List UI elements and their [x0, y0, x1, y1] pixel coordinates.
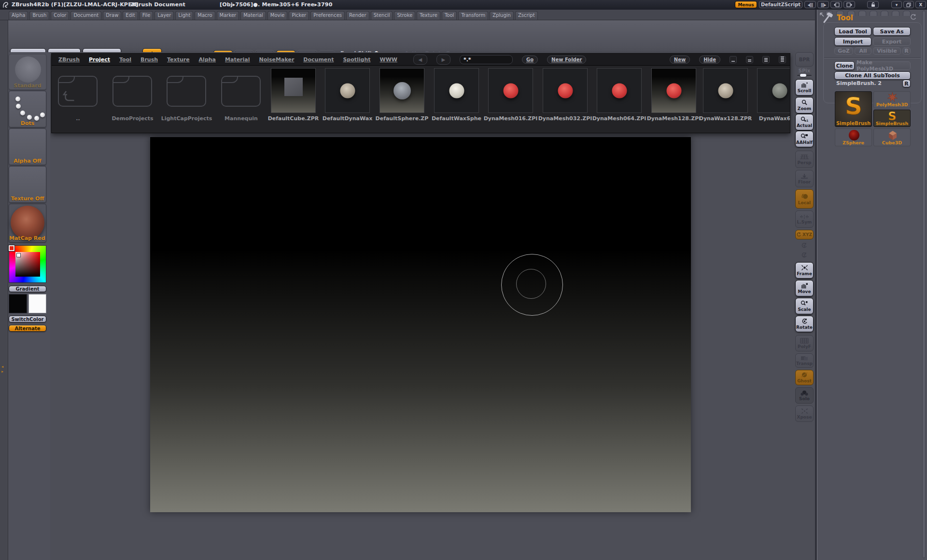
menu-brush[interactable]: Brush: [29, 11, 49, 20]
aahalf-button[interactable]: AAHalf: [795, 131, 814, 147]
menu-marker[interactable]: Marker: [217, 11, 239, 20]
actual-button[interactable]: x1 Actual: [795, 114, 814, 130]
project-item[interactable]: DefaultSphere.ZP: [379, 68, 424, 113]
project-item[interactable]: DefaultWaxSphe: [434, 68, 479, 113]
menu-alpha[interactable]: Alpha: [9, 11, 28, 20]
goz-button[interactable]: GoZ: [834, 47, 853, 55]
left-divider-strip[interactable]: ◂ ▸: [0, 20, 8, 560]
lightbox-tab-project[interactable]: Project: [89, 56, 110, 63]
clone-all-subtools-button[interactable]: Clone All SubTools: [834, 71, 911, 80]
rotate-y-icon[interactable]: Y: [795, 241, 814, 250]
menus-button[interactable]: Menus: [735, 1, 757, 8]
folder-item-up[interactable]: ..: [56, 68, 100, 115]
lightbox-go-button[interactable]: Go: [522, 56, 538, 64]
panel-scrollbar[interactable]: [922, 11, 926, 558]
menu-stroke[interactable]: Stroke: [394, 11, 415, 20]
sv-cursor[interactable]: [16, 253, 21, 257]
thumb-size-4-icon[interactable]: [779, 56, 786, 63]
spix-slider[interactable]: [797, 75, 812, 76]
lightbox-tab-tool[interactable]: Tool: [119, 56, 131, 63]
thumb-size-1-icon[interactable]: [730, 56, 737, 63]
ghost-button[interactable]: Ghost: [795, 370, 814, 385]
dock-right-icon[interactable]: [843, 1, 855, 8]
lightbox-tab-document[interactable]: Document: [303, 56, 334, 63]
tool-item-simplebrush-large[interactable]: S SimpleBrush: [835, 91, 872, 127]
tool-item-zsphere[interactable]: ZSphere: [835, 128, 872, 146]
project-item[interactable]: DefaultCube.ZPR: [271, 68, 316, 113]
hue-cursor[interactable]: [9, 245, 14, 251]
tool-r-button[interactable]: R: [902, 80, 911, 87]
frame-button[interactable]: Frame: [795, 262, 814, 279]
persp-button[interactable]: Persp: [795, 151, 814, 168]
menu-edit[interactable]: Edit: [123, 11, 138, 20]
divider-left-icon[interactable]: ◂: [1, 365, 3, 369]
stroke-tile[interactable]: Dots: [9, 91, 46, 127]
lightbox-hide-button[interactable]: Hide: [699, 56, 720, 64]
scroll-button[interactable]: Scroll: [795, 79, 814, 96]
menu-tool[interactable]: Tool: [442, 11, 457, 20]
lightbox-tab-alpha[interactable]: Alpha: [199, 56, 216, 63]
menu-layer[interactable]: Layer: [154, 11, 174, 20]
bpr-button[interactable]: BPR: [795, 52, 814, 67]
solo-button[interactable]: Solo: [795, 387, 814, 404]
folder-item-demoprojects[interactable]: DemoProjects: [110, 68, 155, 115]
collapsed-palette-tab[interactable]: [881, 11, 888, 16]
tool-item-polymesh3d[interactable]: PolyMesh3D: [873, 91, 911, 108]
project-item[interactable]: DynaMesh128.ZPI: [651, 68, 696, 113]
lock-icon[interactable]: [867, 1, 879, 8]
menu-color[interactable]: Color: [51, 11, 69, 20]
project-item[interactable]: DefaultDynaWax: [325, 68, 370, 113]
lightbox-tab-zbrush[interactable]: ZBrush: [58, 56, 80, 63]
local-button[interactable]: Local: [795, 189, 814, 209]
tool-item-cube3d[interactable]: Cube3D: [873, 128, 911, 146]
color-picker[interactable]: [9, 245, 46, 283]
menu-texture[interactable]: Texture: [417, 11, 440, 20]
secondary-color-swatch[interactable]: [28, 294, 46, 313]
rotate-button[interactable]: Rotate: [795, 316, 814, 332]
dock-left-icon[interactable]: [830, 1, 842, 8]
lightbox-tab-brush[interactable]: Brush: [140, 56, 158, 63]
visible-button[interactable]: Visible: [873, 47, 901, 55]
project-item[interactable]: DynaWax64.Z: [757, 68, 790, 113]
project-item[interactable]: DynaWax128.ZPR: [703, 68, 748, 113]
polyf-button[interactable]: PolyF: [795, 335, 814, 351]
lightbox-forward-icon[interactable]: ▶: [436, 55, 450, 65]
r-button[interactable]: R: [902, 47, 911, 55]
texture-tile[interactable]: Texture Off: [9, 166, 46, 203]
menu-draw[interactable]: Draw: [103, 11, 121, 20]
import-button[interactable]: Import: [834, 37, 871, 46]
menu-file[interactable]: File: [140, 11, 154, 20]
zoom-button[interactable]: Zoom: [795, 97, 814, 113]
current-brush-tile[interactable]: Standard: [9, 54, 46, 90]
lightbox-tab-spotlight[interactable]: Spotlight: [343, 56, 370, 63]
close-button[interactable]: X: [915, 1, 926, 8]
rotate-z-icon[interactable]: Z: [795, 251, 814, 260]
scale-button[interactable]: Scale: [795, 298, 814, 314]
alternate-button[interactable]: Alternate: [9, 325, 46, 332]
tool-panel-title[interactable]: Tool: [837, 14, 853, 22]
folder-item-mannequin[interactable]: Mannequin: [219, 68, 264, 115]
lightbox-back-icon[interactable]: ◀: [413, 55, 427, 65]
default-zscript-button[interactable]: DefaultZScript: [759, 1, 802, 8]
switch-color-button[interactable]: SwitchColor: [9, 316, 46, 322]
menu-macro[interactable]: Macro: [195, 11, 215, 20]
clone-button[interactable]: Clone: [834, 61, 855, 70]
collapsed-palette-tab[interactable]: [892, 11, 899, 16]
menu-stencil[interactable]: Stencil: [371, 11, 393, 20]
menu-preferences[interactable]: Preferences: [310, 11, 345, 20]
collapsed-palette-tab[interactable]: [903, 11, 911, 16]
menu-zplugin[interactable]: Zplugin: [490, 11, 514, 20]
lightbox-new-folder-button[interactable]: New Folder: [547, 56, 586, 64]
menu-movie[interactable]: Movie: [267, 11, 288, 20]
folder-item-lightcapprojects[interactable]: LightCapProjects: [164, 68, 209, 115]
main-color-swatch[interactable]: [9, 294, 27, 313]
floor-button[interactable]: Floor: [795, 170, 814, 187]
shrink-left-icon[interactable]: ◂|||: [804, 1, 816, 8]
minimize-button[interactable]: ▾: [891, 1, 902, 8]
document-canvas[interactable]: [150, 137, 691, 512]
menu-light[interactable]: Light: [175, 11, 193, 20]
export-button[interactable]: Export: [873, 37, 911, 46]
save-as-button[interactable]: Save As: [873, 27, 911, 36]
project-item[interactable]: DynaMesh064.ZPI: [597, 68, 642, 113]
lightbox-new-button[interactable]: New: [670, 56, 690, 64]
